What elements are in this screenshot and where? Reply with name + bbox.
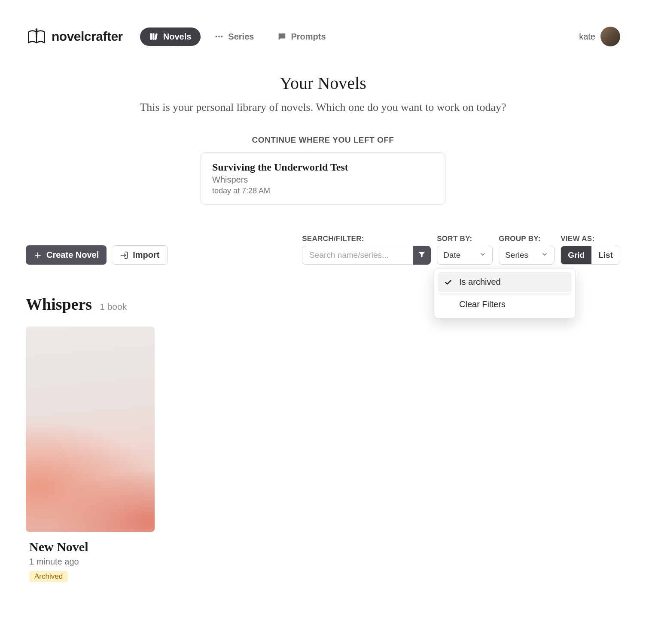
import-button[interactable]: Import: [112, 245, 168, 265]
svg-rect-2: [152, 34, 154, 40]
logo-text: novelcrafter: [52, 29, 123, 44]
page-title: Your Novels: [26, 73, 620, 93]
novel-title: New Novel: [26, 540, 155, 554]
select-value: Date: [443, 250, 460, 260]
button-label: Create Novel: [46, 250, 99, 260]
nav-label: Novels: [163, 32, 192, 42]
group-title: Whispers: [26, 295, 92, 314]
continue-card[interactable]: Surviving the Underworld Test Whispers t…: [201, 153, 445, 204]
novel-card[interactable]: New Novel 1 minute ago Archived: [26, 327, 155, 582]
select-value: Series: [505, 250, 528, 260]
funnel-icon: [417, 250, 426, 260]
continue-time: today at 7:28 AM: [212, 186, 434, 195]
books-icon: [149, 32, 159, 41]
archived-badge: Archived: [29, 571, 68, 582]
import-icon: [120, 251, 128, 259]
continue-series: Whispers: [212, 175, 434, 185]
svg-rect-3: [155, 34, 158, 40]
plus-icon: [34, 251, 42, 259]
svg-point-5: [218, 36, 220, 37]
divider: [438, 293, 572, 293]
filter-option-archived[interactable]: Is archived: [438, 272, 572, 292]
button-label: Import: [133, 250, 159, 260]
chat-icon: [277, 32, 286, 41]
search-input[interactable]: [302, 246, 413, 265]
username: kate: [579, 32, 595, 42]
dots-icon: [214, 32, 224, 41]
chevron-down-icon: [479, 250, 486, 260]
nav-label: Prompts: [291, 32, 326, 42]
check-icon: [444, 278, 453, 287]
svg-point-4: [216, 36, 217, 37]
group-label: GROUP BY:: [499, 235, 555, 243]
novel-time: 1 minute ago: [26, 557, 155, 567]
continue-label: CONTINUE WHERE YOU LEFT OFF: [26, 135, 620, 145]
page-subtitle: This is your personal library of novels.…: [26, 101, 620, 114]
filter-option-label: Clear Filters: [459, 299, 506, 309]
chevron-down-icon: [541, 250, 548, 260]
svg-rect-0: [36, 28, 37, 35]
filter-dropdown: Is archived Clear Filters: [434, 268, 576, 318]
view-label: VIEW AS:: [561, 235, 620, 243]
filter-clear-button[interactable]: Clear Filters: [438, 294, 572, 314]
svg-rect-1: [150, 34, 152, 40]
svg-point-6: [221, 36, 223, 37]
search-label: SEARCH/FILTER:: [302, 235, 431, 243]
nav-label: Series: [228, 32, 254, 42]
continue-title: Surviving the Underworld Test: [212, 162, 434, 173]
group-select[interactable]: Series: [499, 246, 555, 265]
avatar: [600, 27, 620, 46]
filter-option-label: Is archived: [459, 277, 501, 287]
nav-novels[interactable]: Novels: [140, 27, 201, 46]
user-menu[interactable]: kate: [579, 27, 620, 46]
filter-button[interactable]: [413, 246, 431, 265]
view-list-button[interactable]: List: [591, 246, 620, 264]
create-novel-button[interactable]: Create Novel: [26, 245, 107, 265]
nav-prompts[interactable]: Prompts: [268, 27, 335, 46]
novel-cover: [26, 327, 155, 532]
logo[interactable]: novelcrafter: [26, 26, 123, 47]
view-grid-button[interactable]: Grid: [561, 246, 591, 264]
sort-select[interactable]: Date: [437, 246, 493, 265]
group-count: 1 book: [100, 302, 127, 312]
sort-label: SORT BY:: [437, 235, 493, 243]
nav-series[interactable]: Series: [205, 27, 263, 46]
logo-icon: [26, 26, 47, 47]
